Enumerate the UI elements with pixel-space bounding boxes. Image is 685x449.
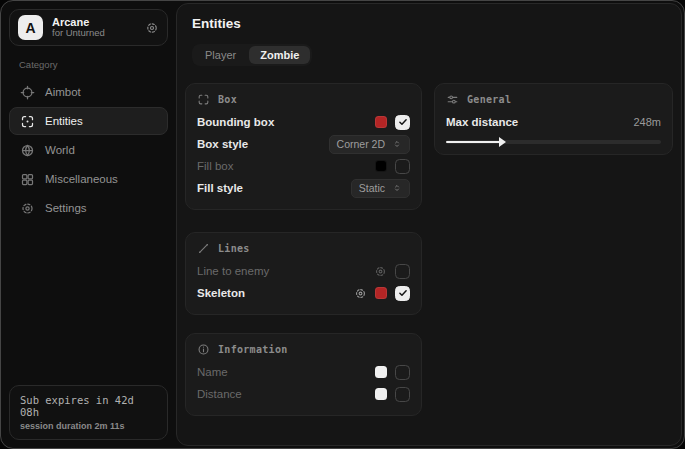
line-to-enemy-checkbox[interactable] <box>395 264 410 279</box>
chevron-up-down-icon <box>392 183 402 193</box>
app-window: A Arcane for Unturned Category Aimbot <box>0 0 685 449</box>
lines-card-header: Lines <box>197 242 410 255</box>
main-panel: Entities Player Zombie Box Bounding box <box>176 3 682 446</box>
skeleton-checkbox[interactable] <box>395 286 410 301</box>
chevron-up-down-icon <box>392 139 402 149</box>
sidebar-item-aimbot[interactable]: Aimbot <box>9 78 168 106</box>
distance-label: Distance <box>197 388 242 400</box>
box-card-header: Box <box>197 93 410 106</box>
sidebar-item-label: Entities <box>45 115 83 127</box>
sidebar-nav: Aimbot Entities World Miscellaneous <box>9 78 168 222</box>
lines-card: Lines Line to enemy <box>185 232 422 315</box>
sidebar-item-miscellaneous[interactable]: Miscellaneous <box>9 165 168 193</box>
fill-box-checkbox[interactable] <box>395 159 410 174</box>
diagonal-line-icon <box>197 242 210 255</box>
tab-group: Player Zombie <box>192 44 312 66</box>
sidebar-item-label: Settings <box>45 202 87 214</box>
brand-subtitle: for Unturned <box>52 28 136 39</box>
gear-icon[interactable] <box>145 21 159 35</box>
box-style-select[interactable]: Corner 2D <box>329 135 410 154</box>
max-distance-label: Max distance <box>446 116 518 128</box>
box-card: Box Bounding box Box style <box>185 83 422 210</box>
sidebar-item-settings[interactable]: Settings <box>9 194 168 222</box>
fill-style-row: Fill style Static <box>197 177 410 199</box>
color-swatch[interactable] <box>375 116 387 128</box>
sidebar-item-world[interactable]: World <box>9 136 168 164</box>
app-logo: A <box>18 15 43 40</box>
right-column: General Max distance 248m <box>434 83 673 155</box>
gear-icon[interactable] <box>374 265 387 278</box>
max-distance-row: Max distance 248m <box>446 111 661 133</box>
grid-icon <box>20 172 35 187</box>
left-column: Box Bounding box Box style <box>185 83 422 416</box>
tab-zombie[interactable]: Zombie <box>249 46 310 64</box>
sidebar-item-label: Miscellaneous <box>45 173 118 185</box>
brand-card: A Arcane for Unturned <box>9 9 168 46</box>
category-label: Category <box>19 59 168 70</box>
cards-area: Box Bounding box Box style <box>185 83 673 416</box>
tab-player[interactable]: Player <box>194 46 247 64</box>
sidebar-item-label: Aimbot <box>45 86 81 98</box>
sidebar: A Arcane for Unturned Category Aimbot <box>1 1 176 448</box>
line-to-enemy-row: Line to enemy <box>197 260 410 282</box>
name-checkbox[interactable] <box>395 365 410 380</box>
fill-style-label: Fill style <box>197 182 243 194</box>
box-style-value: Corner 2D <box>337 138 385 150</box>
crosshair-icon <box>20 85 35 100</box>
box-card-title: Box <box>218 94 237 105</box>
globe-icon <box>20 143 35 158</box>
skeleton-label: Skeleton <box>197 287 245 299</box>
distance-row: Distance <box>197 383 410 405</box>
color-swatch[interactable] <box>375 287 387 299</box>
box-style-label: Box style <box>197 138 248 150</box>
information-card: Information Name Distance <box>185 333 422 416</box>
name-label: Name <box>197 366 228 378</box>
information-card-header: Information <box>197 343 410 356</box>
bounding-box-row: Bounding box <box>197 111 410 133</box>
general-card-header: General <box>446 93 661 106</box>
color-swatch[interactable] <box>375 160 387 172</box>
slider-fill <box>446 141 500 143</box>
color-swatch[interactable] <box>375 366 387 378</box>
name-row: Name <box>197 361 410 383</box>
slider-thumb[interactable] <box>499 137 506 147</box>
max-distance-value: 248m <box>633 116 661 128</box>
subscription-expiry: Sub expires in 42d 08h <box>20 394 157 418</box>
brand-text: Arcane for Unturned <box>52 16 136 40</box>
general-card: General Max distance 248m <box>434 83 673 155</box>
distance-checkbox[interactable] <box>395 387 410 402</box>
page-title: Entities <box>192 16 673 31</box>
fill-style-select[interactable]: Static <box>351 179 410 198</box>
box-style-row: Box style Corner 2D <box>197 133 410 155</box>
skeleton-row: Skeleton <box>197 282 410 304</box>
lines-card-title: Lines <box>218 243 250 254</box>
sidebar-item-entities[interactable]: Entities <box>9 107 168 135</box>
fill-box-label: Fill box <box>197 160 233 172</box>
gear-icon <box>20 201 35 216</box>
line-to-enemy-label: Line to enemy <box>197 265 269 277</box>
info-icon <box>197 343 210 356</box>
subscription-card: Sub expires in 42d 08h session duration … <box>9 385 168 440</box>
gear-icon[interactable] <box>354 287 367 300</box>
fill-style-value: Static <box>359 182 385 194</box>
fill-box-row: Fill box <box>197 155 410 177</box>
bounding-box-label: Bounding box <box>197 116 274 128</box>
session-duration: session duration 2m 11s <box>20 421 157 431</box>
sidebar-item-label: World <box>45 144 75 156</box>
color-swatch[interactable] <box>375 388 387 400</box>
max-distance-slider[interactable] <box>446 140 661 144</box>
sliders-icon <box>446 93 459 106</box>
information-card-title: Information <box>218 344 288 355</box>
bounding-box-checkbox[interactable] <box>395 115 410 130</box>
scan-icon <box>20 114 35 129</box>
general-card-title: General <box>467 94 511 105</box>
box-corners-icon <box>197 93 210 106</box>
